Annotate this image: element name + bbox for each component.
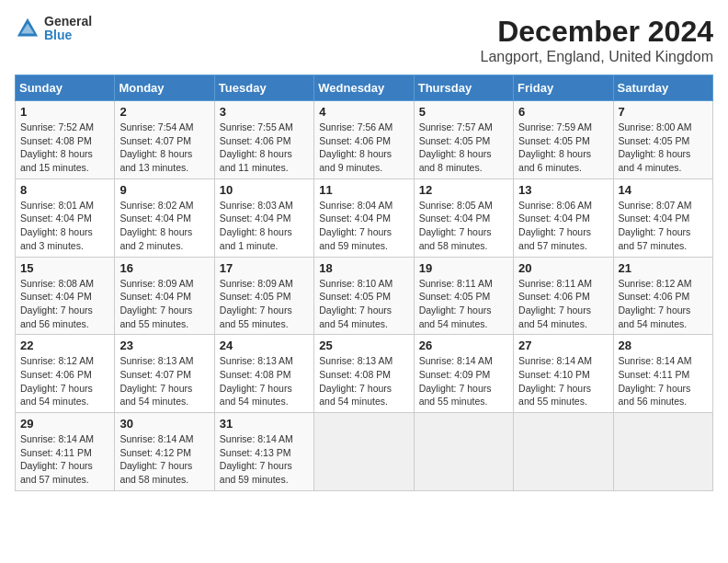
page-header: General Blue December 2024 Langport, Eng… [15,15,713,65]
calendar-week-row: 8Sunrise: 8:01 AMSunset: 4:04 PMDaylight… [16,178,713,257]
calendar-cell: 29Sunrise: 8:14 AMSunset: 4:11 PMDayligh… [16,413,115,491]
day-number: 28 [619,339,708,352]
day-info: Sunrise: 8:14 AMSunset: 4:10 PMDaylight:… [518,354,608,408]
day-info: Sunrise: 8:12 AMSunset: 4:06 PMDaylight:… [619,277,708,331]
calendar-table: SundayMondayTuesdayWednesdayThursdayFrid… [15,75,713,491]
title-block: December 2024 Langport, England, United … [480,15,713,65]
day-info: Sunrise: 8:05 AMSunset: 4:04 PMDaylight:… [419,199,508,253]
day-number: 25 [319,339,408,352]
day-info: Sunrise: 8:01 AMSunset: 4:04 PMDaylight:… [20,199,109,253]
page-subtitle: Langport, England, United Kingdom [480,49,713,65]
logo-icon [15,16,40,41]
day-number: 31 [220,417,309,431]
day-number: 17 [220,261,309,275]
day-number: 12 [419,183,508,197]
day-info: Sunrise: 8:08 AMSunset: 4:04 PMDaylight:… [20,277,109,331]
logo-line1: General [44,15,92,29]
calendar-cell: 3Sunrise: 7:55 AMSunset: 4:06 PMDaylight… [214,101,313,179]
calendar-cell: 19Sunrise: 8:11 AMSunset: 4:05 PMDayligh… [414,257,513,335]
day-info: Sunrise: 8:14 AMSunset: 4:13 PMDaylight:… [220,432,309,487]
dow-header: Friday [514,75,613,101]
calendar-cell: 27Sunrise: 8:14 AMSunset: 4:10 PMDayligh… [514,335,613,413]
day-number: 2 [119,105,209,119]
day-number: 22 [20,339,109,352]
day-number: 1 [20,105,109,119]
day-info: Sunrise: 8:09 AMSunset: 4:05 PMDaylight:… [220,277,309,331]
day-info: Sunrise: 8:13 AMSunset: 4:08 PMDaylight:… [220,354,309,408]
calendar-cell: 13Sunrise: 8:06 AMSunset: 4:04 PMDayligh… [514,178,613,257]
calendar-cell: 24Sunrise: 8:13 AMSunset: 4:08 PMDayligh… [214,335,313,413]
day-info: Sunrise: 7:59 AMSunset: 4:05 PMDaylight:… [518,121,608,175]
day-info: Sunrise: 8:04 AMSunset: 4:04 PMDaylight:… [319,199,408,253]
day-info: Sunrise: 8:03 AMSunset: 4:04 PMDaylight:… [220,199,309,253]
calendar-cell [314,413,414,491]
day-number: 8 [20,183,109,197]
page-title: December 2024 [480,15,713,49]
logo-line2: Blue [44,29,92,42]
dow-header: Monday [115,75,214,101]
day-number: 20 [518,261,608,275]
day-info: Sunrise: 7:55 AMSunset: 4:06 PMDaylight:… [220,121,309,175]
days-of-week-row: SundayMondayTuesdayWednesdayThursdayFrid… [16,75,713,101]
day-number: 5 [419,105,508,119]
calendar-cell [613,413,712,491]
day-info: Sunrise: 7:56 AMSunset: 4:06 PMDaylight:… [319,121,408,175]
day-info: Sunrise: 8:09 AMSunset: 4:04 PMDaylight:… [119,277,209,331]
day-info: Sunrise: 7:52 AMSunset: 4:08 PMDaylight:… [20,121,109,175]
calendar-week-row: 15Sunrise: 8:08 AMSunset: 4:04 PMDayligh… [16,257,713,335]
calendar-cell: 17Sunrise: 8:09 AMSunset: 4:05 PMDayligh… [214,257,313,335]
calendar-cell: 31Sunrise: 8:14 AMSunset: 4:13 PMDayligh… [214,413,313,491]
calendar-cell: 21Sunrise: 8:12 AMSunset: 4:06 PMDayligh… [613,257,712,335]
day-number: 18 [319,261,408,275]
day-number: 4 [319,105,408,119]
dow-header: Tuesday [214,75,313,101]
day-info: Sunrise: 8:14 AMSunset: 4:11 PMDaylight:… [619,354,708,408]
day-number: 14 [619,183,708,197]
calendar-cell: 7Sunrise: 8:00 AMSunset: 4:05 PMDaylight… [613,101,712,179]
day-info: Sunrise: 7:57 AMSunset: 4:05 PMDaylight:… [419,121,508,175]
calendar-cell: 16Sunrise: 8:09 AMSunset: 4:04 PMDayligh… [115,257,214,335]
day-number: 6 [518,105,608,119]
calendar-week-row: 22Sunrise: 8:12 AMSunset: 4:06 PMDayligh… [16,335,713,413]
calendar-cell: 18Sunrise: 8:10 AMSunset: 4:05 PMDayligh… [314,257,414,335]
day-info: Sunrise: 8:07 AMSunset: 4:04 PMDaylight:… [619,199,708,253]
calendar-cell: 26Sunrise: 8:14 AMSunset: 4:09 PMDayligh… [414,335,513,413]
day-info: Sunrise: 8:11 AMSunset: 4:05 PMDaylight:… [419,277,508,331]
calendar-cell: 23Sunrise: 8:13 AMSunset: 4:07 PMDayligh… [115,335,214,413]
calendar-cell: 5Sunrise: 7:57 AMSunset: 4:05 PMDaylight… [414,101,513,179]
calendar-cell: 14Sunrise: 8:07 AMSunset: 4:04 PMDayligh… [613,178,712,257]
calendar-cell: 1Sunrise: 7:52 AMSunset: 4:08 PMDaylight… [16,101,115,179]
calendar-cell: 6Sunrise: 7:59 AMSunset: 4:05 PMDaylight… [514,101,613,179]
day-number: 24 [220,339,309,352]
day-info: Sunrise: 8:11 AMSunset: 4:06 PMDaylight:… [518,277,608,331]
day-number: 27 [518,339,608,352]
day-number: 19 [419,261,508,275]
calendar-cell: 22Sunrise: 8:12 AMSunset: 4:06 PMDayligh… [16,335,115,413]
calendar-cell: 15Sunrise: 8:08 AMSunset: 4:04 PMDayligh… [16,257,115,335]
calendar-cell: 20Sunrise: 8:11 AMSunset: 4:06 PMDayligh… [514,257,613,335]
calendar-cell: 8Sunrise: 8:01 AMSunset: 4:04 PMDaylight… [16,178,115,257]
calendar-week-row: 29Sunrise: 8:14 AMSunset: 4:11 PMDayligh… [16,413,713,491]
day-info: Sunrise: 8:02 AMSunset: 4:04 PMDaylight:… [119,199,209,253]
dow-header: Sunday [16,75,115,101]
day-info: Sunrise: 8:12 AMSunset: 4:06 PMDaylight:… [20,354,109,408]
day-number: 11 [319,183,408,197]
day-number: 9 [119,183,209,197]
calendar-cell: 9Sunrise: 8:02 AMSunset: 4:04 PMDaylight… [115,178,214,257]
day-info: Sunrise: 8:06 AMSunset: 4:04 PMDaylight:… [518,199,608,253]
day-info: Sunrise: 8:10 AMSunset: 4:05 PMDaylight:… [319,277,408,331]
day-number: 10 [220,183,309,197]
dow-header: Saturday [613,75,712,101]
calendar-cell: 11Sunrise: 8:04 AMSunset: 4:04 PMDayligh… [314,178,414,257]
day-number: 23 [119,339,209,352]
day-info: Sunrise: 7:54 AMSunset: 4:07 PMDaylight:… [119,121,209,175]
day-number: 3 [220,105,309,119]
calendar-body: 1Sunrise: 7:52 AMSunset: 4:08 PMDaylight… [16,101,713,491]
day-info: Sunrise: 8:14 AMSunset: 4:12 PMDaylight:… [119,432,209,487]
calendar-week-row: 1Sunrise: 7:52 AMSunset: 4:08 PMDaylight… [16,101,713,179]
calendar-cell [514,413,613,491]
day-number: 13 [518,183,608,197]
calendar-cell: 25Sunrise: 8:13 AMSunset: 4:08 PMDayligh… [314,335,414,413]
day-number: 15 [20,261,109,275]
day-info: Sunrise: 8:00 AMSunset: 4:05 PMDaylight:… [619,121,708,175]
